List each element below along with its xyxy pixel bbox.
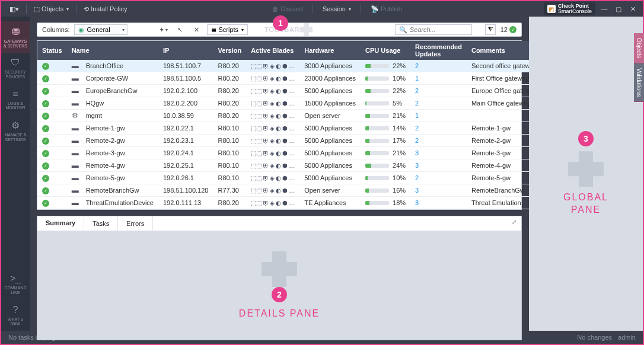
status-ok-icon: ✓ <box>42 162 49 170</box>
search-input[interactable]: 🔍 <box>395 24 472 35</box>
details-tab-tasks[interactable]: Tasks <box>84 216 118 231</box>
cpu-value: 22% <box>393 62 406 69</box>
gateway-icon: ▬ <box>72 99 82 107</box>
hardware-cell: 3000 Appliances <box>299 60 361 72</box>
active-blades-icons: ⬚⬚⛨◈◐⬢… <box>251 162 295 169</box>
updates-link[interactable]: 2 <box>415 100 419 107</box>
hardware-cell: 5000 Appliances <box>299 147 361 159</box>
column-header[interactable]: Recommended Updates <box>410 41 467 60</box>
details-collapse-icon[interactable]: ⤢ <box>507 216 521 231</box>
updates-link[interactable]: 2 <box>415 87 419 94</box>
app-menu-icon[interactable]: ◧▾ <box>6 4 23 14</box>
columns-select[interactable]: ◉General <box>74 24 127 35</box>
updates-link[interactable]: 3 <box>415 149 419 156</box>
hardware-cell: 15000 Appliances <box>299 97 361 110</box>
column-header[interactable]: Status <box>37 41 67 60</box>
version-cell: R80.10 <box>213 122 246 135</box>
puzzle-icon <box>568 151 604 187</box>
row-count: 12✓ <box>500 26 517 33</box>
filter-button[interactable]: ⧨ <box>485 24 496 35</box>
column-header[interactable]: Hardware <box>299 41 361 60</box>
new-button[interactable]: ✦ <box>157 24 169 36</box>
ip-cell: 192.0.2.200 <box>158 97 213 110</box>
column-header[interactable]: Version <box>213 41 246 60</box>
table-row[interactable]: ✓ ▬Remote-4-gw 192.0.25.1 R80.10 ⬚⬚⛨◈◐⬢…… <box>37 159 542 172</box>
table-row[interactable]: ✓ ▬ThreatEmulationDevice 192.0.111.13 R8… <box>37 197 542 209</box>
active-blades-icons: ⬚⬚⛨◈◐⬢… <box>251 138 295 144</box>
details-pane: SummaryTasksErrors⤢ 2 DETAILS PANE <box>37 216 522 340</box>
sidebar-item-security[interactable]: 🛡SECURITY POLICIES <box>1 53 30 84</box>
updates-link[interactable]: 1 <box>415 112 419 119</box>
details-tab-errors[interactable]: Errors <box>118 216 153 231</box>
sidebar-item-whatsnew[interactable]: ?WHAT'S NEW <box>1 300 30 331</box>
close-button[interactable]: ✕ <box>627 5 638 13</box>
table-row[interactable]: ✓ ▬Remote-3-gw 192.0.24.1 R80.10 ⬚⬚⛨◈◐⬢…… <box>37 147 542 159</box>
publish-button[interactable]: 📡 Publish <box>367 4 406 14</box>
status-ok-icon: ✓ <box>42 150 49 157</box>
ip-cell: 198.51.100.120 <box>158 184 213 197</box>
discard-button[interactable]: 🗑 Discard <box>269 4 306 14</box>
column-header[interactable]: Name <box>67 41 158 60</box>
updates-link[interactable]: 2 <box>415 174 419 181</box>
sidebar-item-label: GATEWAYS & SERVERS <box>2 39 28 48</box>
table-row[interactable]: ✓ ▬Remote-1-gw 192.0.22.1 R80.10 ⬚⬚⛨◈◐⬢…… <box>37 122 542 135</box>
column-header[interactable]: IP <box>158 41 213 60</box>
right-tab-objects[interactable]: Objects <box>634 33 644 63</box>
session-menu[interactable]: Session <box>319 4 355 14</box>
column-header[interactable]: CPU Usage <box>361 41 410 60</box>
gateway-name: ThreatEmulationDevice <box>86 199 154 206</box>
updates-link[interactable]: 1 <box>415 75 419 82</box>
right-tab-validations[interactable]: Validations <box>634 63 644 102</box>
maximize-button[interactable]: ▢ <box>613 5 624 13</box>
ip-cell: 192.0.25.1 <box>158 159 213 172</box>
table-row[interactable]: ✓ ▬Remote-2-gw 192.0.23.1 R80.10 ⬚⬚⛨◈◐⬢…… <box>37 135 542 147</box>
status-ok-icon: ✓ <box>42 100 49 107</box>
sidebar-item-gateways[interactable]: ⛃GATEWAYS & SERVERS <box>1 21 30 53</box>
puzzle-icon <box>299 23 313 36</box>
cmd-icon: >_ <box>10 273 21 284</box>
user-menu[interactable]: admin <box>618 334 636 341</box>
updates-link[interactable]: 3 <box>415 187 419 194</box>
version-cell: R80.20 <box>213 110 246 122</box>
gateway-name: BranchOffice <box>86 62 123 69</box>
updates-link[interactable]: 2 <box>415 62 419 69</box>
scripts-button[interactable]: ≣ Scripts <box>207 24 248 35</box>
updates-link[interactable]: 3 <box>415 162 419 169</box>
gateway-table: StatusNameIPVersionActive BladesHardware… <box>37 40 522 210</box>
status-ok-icon: ✓ <box>42 125 49 132</box>
table-row[interactable]: ✓ ▬HQgw 192.0.2.200 R80.20 ⬚⬚⛨◈◐⬢… 15000… <box>37 97 542 110</box>
sidebar-item-logs[interactable]: ≡LOGS & MONITOR <box>1 84 30 115</box>
cpu-value: 18% <box>393 199 406 206</box>
install-policy-button[interactable]: ⟲ Install Policy <box>80 4 130 14</box>
status-ok-icon: ✓ <box>42 75 49 82</box>
gateway-icon: ▬ <box>72 174 82 182</box>
updates-link[interactable]: 2 <box>415 137 419 144</box>
version-cell: R80.10 <box>213 172 246 184</box>
global-pane: ObjectsValidations 3 GLOBALPANE <box>529 17 643 331</box>
table-row[interactable]: ✓ ▬EuropeBranchGw 192.0.2.100 R80.20 ⬚⬚⛨… <box>37 85 542 97</box>
minimize-button[interactable]: — <box>599 5 610 13</box>
delete-tool-icon[interactable]: ✕ <box>190 24 202 36</box>
sidebar-item-manage[interactable]: ⚙MANAGE & SETTINGS <box>1 115 30 146</box>
gateway-icon: ▬ <box>72 186 82 194</box>
hardware-cell: 5000 Appliances <box>299 85 361 97</box>
updates-link[interactable]: 2 <box>415 124 419 132</box>
gateways-icon: ⛃ <box>12 26 20 37</box>
table-row[interactable]: ✓ ▬BranchOffice 198.51.100.7 R80.20 ⬚⬚⛨◈… <box>37 60 542 72</box>
table-row[interactable]: ✓ ⚙mgmt 10.0.38.59 R80.20 ⬚⬚⛨◈◐⬢… Open s… <box>37 110 542 122</box>
details-tab-summary[interactable]: Summary <box>37 216 84 231</box>
table-row[interactable]: ✓ ▬RemoteBranchGw 198.51.100.120 R77.30 … <box>37 184 542 197</box>
gateway-name: Remote-5-gw <box>86 174 125 181</box>
hardware-cell: Open server <box>299 184 361 197</box>
gateway-icon: ▬ <box>72 74 82 82</box>
objects-menu[interactable]: ⬚ Objects <box>30 4 72 14</box>
table-row[interactable]: ✓ ▬Remote-5-gw 192.0.26.1 R80.10 ⬚⬚⛨◈◐⬢…… <box>37 172 542 184</box>
gateway-name: EuropeBranchGw <box>86 87 138 94</box>
status-ok-icon: ✓ <box>42 63 49 70</box>
edit-tool-icon[interactable]: ↖ <box>174 24 186 36</box>
column-header[interactable]: Active Blades <box>246 41 299 60</box>
cpu-value: 14% <box>393 124 406 132</box>
updates-link[interactable]: 3 <box>415 199 419 206</box>
table-row[interactable]: ✓ ▬Corporate-GW 198.51.100.5 R80.20 ⬚⬚⛨◈… <box>37 72 542 85</box>
sidebar-item-cmd[interactable]: >_COMMAND LINE <box>1 269 30 299</box>
